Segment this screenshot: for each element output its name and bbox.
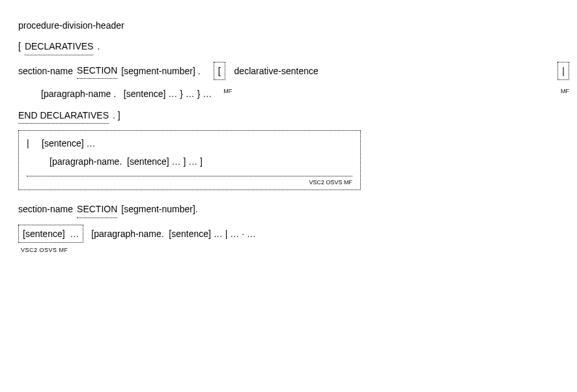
dialects-under-text: VSC2 OSVS MF [21, 247, 68, 253]
section-name-text-2: section-name [18, 202, 73, 216]
block-row-paragraph: [paragraph-name. [sentence] … ] … ] [49, 154, 352, 169]
block-row-sentence: | [sentence] … [27, 136, 352, 150]
dotted-sentence-wrapper: [sentence] … VSC2 OSVS MF [18, 225, 83, 255]
end-declaratives: END DECLARATIVES . ] [18, 108, 569, 124]
section-line-2: section-name SECTION [segment-number]. [18, 202, 569, 217]
dialects-under: VSC2 OSVS MF [21, 245, 83, 255]
dialects-block-text: VSC2 OSVS MF [309, 179, 352, 186]
section-name-text: section-name [18, 64, 73, 78]
procedure-division-header: procedure-division-header [18, 18, 124, 33]
box-bracket: [ [218, 66, 221, 76]
declaratives-keyword: DECLARATIVES [25, 39, 94, 55]
section-keyword: SECTION [77, 63, 117, 79]
dotted-bracket-box-left: [ [214, 62, 225, 80]
mf-annotation-2: MF [561, 87, 569, 96]
mf-annotation-1: MF [223, 87, 232, 96]
section-declarative-line: section-name SECTION [segment-number] . … [18, 62, 569, 80]
section-keyword-2: SECTION [77, 202, 117, 217]
end-declaratives-keyword: END DECLARATIVES [18, 108, 109, 124]
dot: . [97, 39, 100, 53]
paragraph-rest: [paragraph-name. [sentence] … | … · … [89, 227, 256, 241]
dotted-bracket-box-right: | [557, 62, 569, 80]
dialect-annotations-block: VSC2 OSVS MF [27, 176, 352, 187]
box-pipe: | [562, 66, 565, 76]
segment-number-text-2: [segment-number]. [121, 202, 198, 216]
paragraph-line: [paragraph-name . [sentence] … } … } … M… [18, 87, 569, 101]
paragraph-text: [paragraph-name . [sentence] … } … } … [41, 87, 212, 101]
dotted-sentence-box: [sentence] … [18, 225, 83, 243]
declarative-sentence: declarative-sentence [234, 64, 318, 78]
declaratives-open: [ DECLARATIVES . [18, 39, 569, 55]
segment-number-text: [segment-number] . [121, 64, 200, 78]
end-dot: . ] [113, 108, 120, 122]
sentence-box-text: [sentence] … [23, 229, 79, 239]
bracket-open: [ [18, 39, 21, 53]
alternative-block: | [sentence] … [paragraph-name. [sentenc… [18, 130, 361, 190]
sentence-paragraph-line: [sentence] … VSC2 OSVS MF [paragraph-nam… [18, 225, 569, 255]
header-line: procedure-division-header [18, 18, 569, 33]
